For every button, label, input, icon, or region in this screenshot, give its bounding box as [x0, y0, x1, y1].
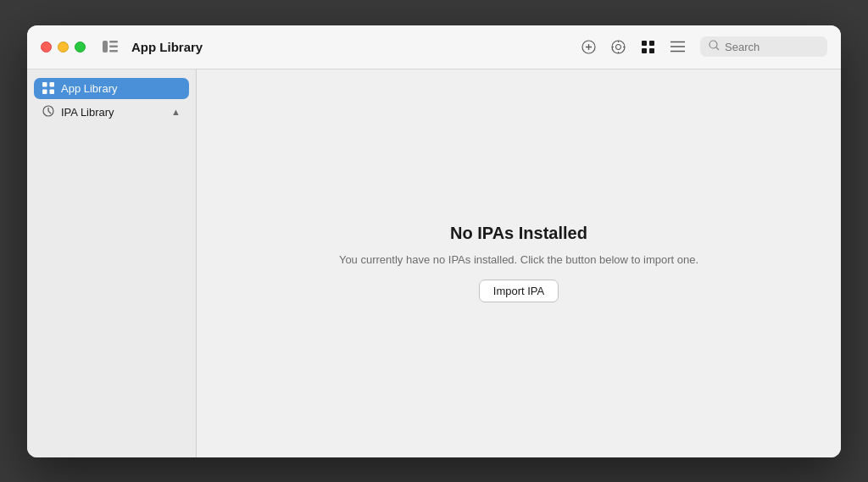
grid-view-icon[interactable]	[641, 40, 655, 54]
svg-rect-23	[50, 82, 55, 87]
add-icon[interactable]	[581, 40, 596, 54]
ipa-library-icon	[42, 105, 54, 119]
svg-rect-25	[50, 90, 55, 95]
list-view-icon[interactable]	[670, 41, 685, 53]
sidebar-ipa-library-label: IPA Library	[61, 106, 114, 119]
svg-point-8	[616, 44, 621, 49]
svg-rect-3	[109, 50, 118, 53]
app-window: App Library	[27, 25, 841, 457]
minimize-button[interactable]	[58, 42, 69, 53]
svg-rect-16	[649, 48, 654, 53]
sidebar-item-ipa-library[interactable]: IPA Library ▲	[34, 101, 189, 124]
close-button[interactable]	[41, 42, 52, 53]
sidebar: App Library IPA Library ▲	[27, 69, 197, 457]
sidebar-app-library-label: App Library	[61, 82, 117, 95]
svg-line-21	[716, 47, 719, 50]
content-area: App Library IPA Library ▲ No IPAs Instal…	[27, 69, 841, 457]
titlebar: App Library	[27, 25, 841, 69]
svg-rect-13	[642, 41, 647, 46]
svg-rect-0	[103, 41, 108, 53]
sidebar-item-app-library[interactable]: App Library	[34, 78, 189, 99]
svg-rect-24	[42, 90, 47, 95]
svg-rect-2	[109, 46, 118, 48]
sidebar-toggle-button[interactable]	[103, 41, 118, 53]
traffic-lights	[41, 42, 86, 53]
empty-state-subtitle: You currently have no IPAs installed. Cl…	[339, 253, 698, 266]
search-icon	[709, 40, 720, 53]
titlebar-actions	[581, 36, 827, 57]
svg-rect-15	[642, 48, 647, 53]
svg-rect-1	[109, 41, 118, 43]
titlebar-title: App Library	[128, 40, 571, 54]
svg-line-28	[48, 111, 51, 114]
maximize-button[interactable]	[75, 42, 86, 53]
import-ipa-button[interactable]: Import IPA	[479, 280, 559, 302]
svg-point-20	[709, 41, 717, 48]
svg-rect-14	[649, 41, 654, 46]
app-library-icon	[42, 82, 54, 94]
chevron-up-icon: ▲	[171, 107, 181, 117]
svg-point-7	[612, 41, 625, 53]
search-input[interactable]	[725, 41, 819, 53]
svg-rect-22	[42, 82, 47, 87]
main-content: No IPAs Installed You currently have no …	[197, 69, 841, 457]
recent-icon[interactable]	[611, 40, 626, 54]
empty-state-title: No IPAs Installed	[450, 224, 587, 243]
search-bar[interactable]	[700, 36, 827, 57]
